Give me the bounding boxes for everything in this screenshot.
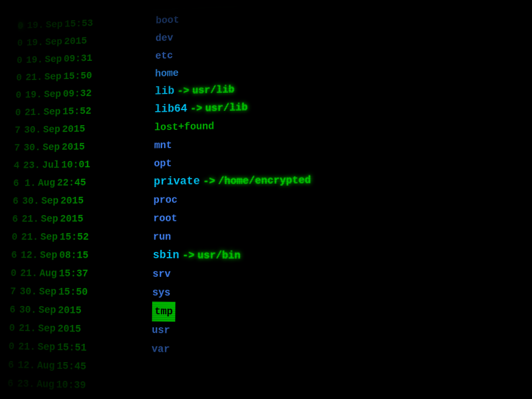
- time: 2015: [60, 192, 99, 210]
- month: Sep: [45, 50, 64, 69]
- dir-name-private: private: [154, 172, 200, 191]
- size: 7: [7, 122, 24, 140]
- line-14: 4096 12. Sep 08:15: [7, 246, 158, 265]
- month: Sep: [38, 320, 58, 338]
- target-lib64: usr/lib: [205, 99, 248, 118]
- time: 09:31: [63, 49, 102, 68]
- arrow-lib64: ->: [187, 100, 205, 118]
- day: [28, 8, 43, 9]
- arrow-sbin: ->: [179, 246, 197, 265]
- month: Aug: [37, 356, 57, 376]
- day: 21.: [24, 103, 44, 122]
- size: 7: [7, 139, 24, 157]
- month: Sep: [44, 68, 63, 86]
- time: 15:51: [57, 338, 97, 357]
- line-16: 7 30. Sep 15:50: [7, 282, 157, 302]
- dir-line-srv: srv: [152, 265, 532, 286]
- target-sbin: usr/bin: [197, 246, 241, 265]
- size: 96: [7, 175, 23, 193]
- day: 30.: [19, 301, 39, 320]
- right-column: bin -> usr/bin boot dev etc home lib: [152, 0, 532, 367]
- month: [43, 7, 61, 8]
- month: Sep: [43, 103, 62, 121]
- day: 23.: [17, 375, 37, 394]
- arrow-private: ->: [200, 172, 218, 191]
- line-18: 0 21. Sep 2015: [7, 319, 157, 340]
- month: Jul: [42, 156, 62, 175]
- line-19: 300 21. Sep 15:51: [7, 337, 157, 359]
- time: 2015: [60, 210, 99, 228]
- day: 19.: [27, 17, 46, 35]
- dir-line-proc: proc: [153, 188, 532, 209]
- time: 10:01: [61, 156, 100, 175]
- dir-name-sbin: sbin: [153, 246, 179, 265]
- dir-name-bin: bin: [156, 0, 176, 12]
- dir-line-root: root: [153, 207, 532, 228]
- dir-name-lostfound: lost+found: [154, 117, 214, 137]
- line-17: 4096 30. Sep 2015: [7, 300, 157, 321]
- size: 0: [7, 86, 25, 104]
- dir-name-mnt: mnt: [154, 137, 172, 155]
- month: Sep: [43, 138, 62, 156]
- time: 15:52: [62, 102, 101, 121]
- dir-name-lib: lib: [155, 83, 175, 101]
- month: Sep: [41, 192, 61, 210]
- time: 15:53: [64, 14, 103, 33]
- size: 300: [7, 337, 19, 356]
- terminal-window: 0 19. Sep 15:53 0 19. Sep 2015 0 19. Sep…: [7, 0, 532, 399]
- time: 15:50: [63, 66, 102, 85]
- day: 19.: [26, 34, 46, 52]
- month: Aug: [39, 264, 59, 283]
- line-11: 96 30. Sep 2015: [7, 191, 158, 210]
- size: 84: [7, 157, 23, 175]
- size: 0: [7, 104, 25, 122]
- day: 30.: [22, 192, 42, 210]
- dir-name-var: var: [152, 340, 170, 359]
- month: Sep: [39, 283, 59, 301]
- size: 96: [7, 192, 22, 210]
- dir-name-home: home: [155, 64, 179, 83]
- dir-name-run: run: [153, 228, 171, 247]
- month: Sep: [41, 210, 60, 228]
- size: 4096: [7, 300, 20, 319]
- day: 21.: [19, 319, 38, 338]
- size: 7: [7, 282, 20, 301]
- month: Sep: [38, 301, 58, 320]
- size: 0: [7, 228, 21, 246]
- size: 0: [7, 319, 19, 338]
- day: 30.: [23, 139, 43, 157]
- time: 2015: [64, 32, 102, 50]
- size: 0: [7, 52, 26, 70]
- line-13: 0 21. Sep 15:52: [7, 228, 158, 247]
- time: 15:37: [59, 264, 98, 283]
- left-column: 0 19. Sep 15:53 0 19. Sep 2015 0 19. Sep…: [7, 0, 161, 399]
- day: 21.: [18, 338, 38, 356]
- line-12: 16 21. Sep 2015: [7, 209, 158, 228]
- time: 08:15: [59, 246, 99, 264]
- month: Sep: [46, 16, 65, 34]
- dir-name-etc: etc: [155, 47, 173, 65]
- dir-name-usr: usr: [152, 321, 170, 340]
- arrow-bin: ->: [175, 0, 193, 11]
- size: 16: [7, 210, 22, 229]
- time: 2015: [62, 120, 101, 139]
- line-15: 560 21. Aug 15:37: [7, 264, 158, 284]
- line-10: 96 1. Aug 22:45: [7, 173, 159, 193]
- day: 19.: [26, 51, 45, 69]
- size: 0: [7, 69, 26, 87]
- day: 30.: [20, 283, 39, 301]
- month: Sep: [37, 338, 57, 356]
- time: 15:52: [59, 228, 99, 246]
- size: 560: [7, 264, 21, 283]
- month: Aug: [36, 375, 57, 394]
- terminal-content: 0 19. Sep 15:53 0 19. Sep 2015 0 19. Sep…: [7, 0, 532, 399]
- target-lib: usr/lib: [192, 81, 234, 100]
- day: 21.: [20, 264, 39, 283]
- time: 22:45: [57, 174, 96, 192]
- day: 30.: [24, 121, 43, 139]
- day: 12.: [18, 356, 37, 375]
- time: 15:50: [58, 283, 98, 301]
- time: [61, 6, 99, 7]
- line-7: 7 30. Sep 2015: [7, 118, 159, 139]
- month: Sep: [44, 85, 63, 103]
